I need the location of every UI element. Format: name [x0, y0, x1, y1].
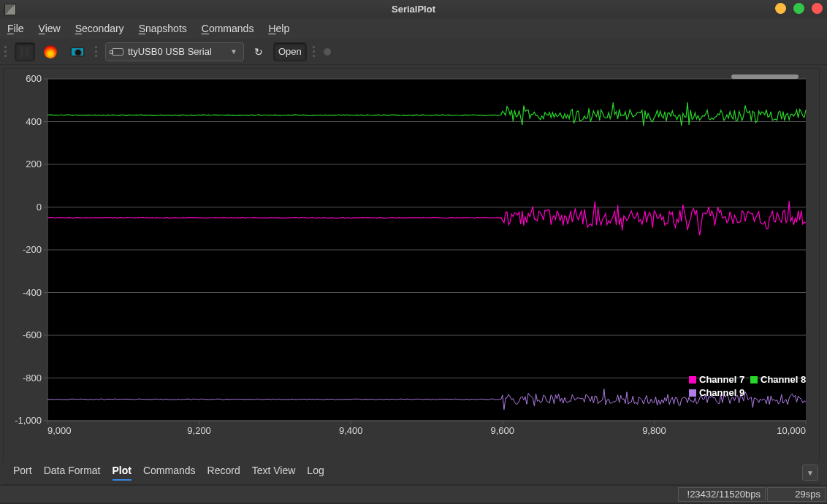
menu-file[interactable]: File — [7, 23, 24, 34]
status-bps-value: !23432/11520bps — [687, 489, 761, 500]
camera-icon — [70, 47, 85, 57]
bottom-tab-bar: Port Data Format Plot Commands Record Te… — [3, 462, 820, 484]
snapshot-button[interactable] — [66, 42, 89, 61]
toolbar-grip-1[interactable] — [3, 42, 9, 61]
svg-text:200: 200 — [26, 159, 42, 169]
tab-data-format[interactable]: Data Format — [44, 465, 101, 481]
content-area: -1,000-800-600-400-20002004006009,0009,2… — [0, 65, 827, 485]
tab-text-view[interactable]: Text View — [252, 465, 296, 481]
plot-horizontal-scrollbar[interactable] — [731, 75, 799, 79]
demo-button[interactable] — [39, 42, 61, 61]
svg-text:9,800: 9,800 — [642, 425, 666, 436]
status-bps: !23432/11520bps — [678, 487, 766, 502]
pause-button[interactable] — [15, 42, 35, 61]
svg-text:-600: -600 — [23, 329, 42, 340]
svg-text:400: 400 — [26, 116, 42, 127]
plot-canvas[interactable]: -1,000-800-600-400-20002004006009,0009,2… — [4, 69, 816, 441]
app-icon — [4, 4, 16, 15]
svg-text:9,200: 9,200 — [187, 425, 211, 436]
refresh-ports-button[interactable] — [248, 42, 269, 61]
tab-plot[interactable]: Plot — [113, 465, 132, 481]
pause-icon — [20, 47, 29, 57]
svg-rect-46 — [689, 389, 696, 397]
port-select-value: ttyUSB0 USB Serial — [128, 46, 212, 57]
statusbar: !23432/11520bps 29sps — [0, 485, 827, 503]
port-select[interactable]: ttyUSB0 USB Serial ▼ — [105, 42, 244, 61]
menu-help[interactable]: Help — [268, 23, 289, 34]
svg-text:600: 600 — [26, 73, 42, 84]
toolbar-grip-2[interactable] — [94, 42, 99, 61]
toolbar: ttyUSB0 USB Serial ▼ Open — [0, 39, 827, 65]
svg-text:Channel 7: Channel 7 — [699, 374, 744, 385]
menu-view[interactable]: View — [39, 23, 61, 34]
tabs-expand-button[interactable]: ▼ — [802, 465, 818, 481]
menu-commands[interactable]: Commands — [202, 23, 254, 34]
status-sps-value: 29sps — [795, 489, 820, 500]
tab-log[interactable]: Log — [307, 465, 324, 481]
svg-text:Channel 9: Channel 9 — [699, 387, 744, 398]
window-close-button[interactable] — [812, 3, 823, 14]
plot-panel: -1,000-800-600-400-20002004006009,0009,2… — [3, 68, 820, 485]
window-buttons — [775, 3, 823, 14]
open-port-button[interactable]: Open — [273, 42, 307, 61]
record-button[interactable] — [323, 47, 332, 56]
svg-rect-44 — [750, 376, 758, 383]
window-minimize-button[interactable] — [775, 3, 786, 14]
menu-snapshots[interactable]: Snapshots — [139, 23, 187, 34]
svg-text:9,400: 9,400 — [339, 425, 363, 436]
svg-text:0: 0 — [37, 202, 42, 213]
tab-record[interactable]: Record — [207, 465, 240, 481]
titlebar: SerialPlot — [0, 0, 827, 18]
menubar: File View Secondary Snapshots Commands H… — [0, 18, 827, 39]
menu-secondary[interactable]: Secondary — [75, 23, 124, 34]
svg-text:Channel 8: Channel 8 — [761, 374, 806, 385]
usb-icon — [112, 48, 123, 56]
tab-commands[interactable]: Commands — [143, 465, 196, 481]
svg-text:9,000: 9,000 — [47, 425, 72, 436]
svg-text:-200: -200 — [23, 244, 42, 255]
window-title: SerialPlot — [0, 4, 827, 15]
toolbar-grip-3[interactable] — [311, 42, 317, 61]
svg-text:-1,000: -1,000 — [15, 415, 42, 426]
svg-text:10,000: 10,000 — [777, 425, 806, 436]
svg-text:-400: -400 — [23, 287, 42, 298]
open-port-label: Open — [278, 46, 302, 57]
status-sps: 29sps — [767, 487, 826, 502]
svg-text:9,600: 9,600 — [491, 425, 515, 436]
chevron-down-icon: ▼ — [230, 47, 237, 56]
tab-port[interactable]: Port — [13, 465, 32, 481]
svg-rect-42 — [689, 376, 696, 383]
svg-text:-800: -800 — [23, 373, 42, 383]
window-maximize-button[interactable] — [793, 3, 804, 14]
record-icon — [323, 47, 332, 56]
fire-icon — [44, 45, 57, 58]
